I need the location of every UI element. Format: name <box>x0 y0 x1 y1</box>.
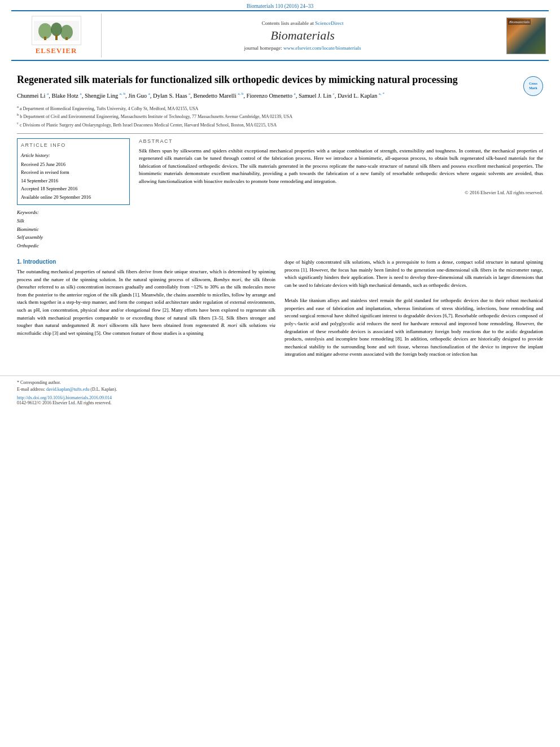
article-title: Regenerated silk materials for functiona… <box>17 73 543 86</box>
journal-header-right: Biomaterials <box>504 14 549 58</box>
svg-rect-5 <box>55 35 58 40</box>
issn-line: 0142-9612/© 2016 Elsevier Ltd. All right… <box>17 400 543 405</box>
keyword-self-assembly: Self assembly <box>17 233 130 241</box>
elsevier-wordmark: ELSEVIER <box>32 46 81 55</box>
svg-rect-4 <box>44 37 46 40</box>
history-label: Article history: <box>21 151 126 159</box>
footer-bar: * Corresponding author. E-mail address: … <box>0 375 560 409</box>
keywords-list: Silk Biomimetic Self assembly Orthopedic <box>17 217 130 250</box>
abstract-heading: ABSTRACT <box>139 138 543 144</box>
email-label: E-mail address: <box>17 387 45 392</box>
body-col1-text: The outstanding mechanical properties of… <box>17 268 275 338</box>
keyword-biomimetic: Biomimetic <box>17 225 130 233</box>
abstract-text: Silk fibers spun by silkworms and spider… <box>139 147 543 186</box>
contents-line: Contents lists available at ScienceDirec… <box>107 20 498 26</box>
keywords-section: Keywords: Silk Biomimetic Self assembly … <box>17 209 130 250</box>
affiliation-b: b b Department of Civil and Environmenta… <box>17 112 543 120</box>
section1-title: 1. Introduction <box>17 259 275 265</box>
keyword-orthopedic: Orthopedic <box>17 242 130 250</box>
affiliation-c: c c Divisions of Plastic Surgery and Oto… <box>17 120 543 129</box>
svg-rect-6 <box>65 37 68 40</box>
elsevier-logo-box <box>32 16 81 45</box>
svg-point-1 <box>38 23 52 39</box>
article-info-heading: ARTICLE INFO <box>21 142 126 148</box>
article-info-panel: ARTICLE INFO Article history: Received 2… <box>17 138 130 250</box>
body-content: 1. Introduction The outstanding mechanic… <box>17 259 543 359</box>
crossmark-badge[interactable]: CrossMark <box>523 76 543 96</box>
doi-link[interactable]: http://dx.doi.org/10.1016/j.biomaterials… <box>17 395 112 400</box>
copyright-line: © 2016 Elsevier Ltd. All rights reserved… <box>139 190 543 195</box>
email-link[interactable]: david.kaplan@tufts.edu <box>46 387 89 392</box>
article-info-section: ARTICLE INFO Article history: Received 2… <box>17 138 130 206</box>
revised-label: Received in revised form <box>21 168 126 176</box>
svg-point-2 <box>51 23 62 36</box>
article-info-abstract-area: ARTICLE INFO Article history: Received 2… <box>17 138 543 250</box>
received-date: Received 25 June 2016 <box>21 160 126 168</box>
top-citation-bar: Biomaterials 110 (2016) 24–33 <box>0 0 560 10</box>
article-history: Article history: Received 25 June 2016 R… <box>21 151 126 202</box>
journal-header: ELSEVIER Contents lists available at Sci… <box>11 10 549 61</box>
email-line: E-mail address: david.kaplan@tufts.edu (… <box>17 386 543 393</box>
article-title-area: CrossMark Regenerated silk materials for… <box>17 73 543 86</box>
email-person: (D.L. Kaplan). <box>90 387 117 392</box>
citation-text: Biomaterials 110 (2016) 24–33 <box>247 3 314 9</box>
elsevier-logo-area: ELSEVIER <box>32 16 81 55</box>
accepted-date: Accepted 18 September 2016 <box>21 185 126 193</box>
corresponding-note: * Corresponding author. <box>17 379 543 386</box>
main-content: CrossMark Regenerated silk materials for… <box>0 61 560 364</box>
crossmark-label: CrossMark <box>529 82 537 90</box>
revised-date: 14 September 2016 <box>21 177 126 185</box>
body-col-left: 1. Introduction The outstanding mechanic… <box>17 259 275 359</box>
sciencedirect-link[interactable]: ScienceDirect <box>315 20 343 26</box>
body-col2-text: dope of highly concentrated silk solutio… <box>285 259 543 359</box>
keyword-silk: Silk <box>17 217 130 225</box>
footnote-area: * Corresponding author. E-mail address: … <box>17 379 543 393</box>
available-date: Available online 20 September 2016 <box>21 193 126 201</box>
journal-thumbnail: Biomaterials <box>506 18 546 54</box>
abstract-section: ABSTRACT Silk fibers spun by silkworms a… <box>139 138 543 250</box>
body-col-right: dope of highly concentrated silk solutio… <box>285 259 543 359</box>
divider-after-affiliations <box>17 133 543 134</box>
affiliation-a: a a Department of Biomedical Engineering… <box>17 104 543 112</box>
homepage-link[interactable]: www.elsevier.com/locate/biomaterials <box>283 45 361 51</box>
homepage-line: journal homepage: www.elsevier.com/locat… <box>107 45 498 51</box>
journal-header-center: Contents lists available at ScienceDirec… <box>102 14 504 58</box>
elsevier-wave-svg <box>34 21 79 41</box>
authors-line: Chunmei Li a, Blake Hotz a, Shengjie Lin… <box>17 91 543 100</box>
affiliations-area: a a Department of Biomedical Engineering… <box>17 104 543 129</box>
body-two-col: 1. Introduction The outstanding mechanic… <box>17 259 543 359</box>
thumbnail-label: Biomaterials <box>508 19 531 25</box>
doi-line[interactable]: http://dx.doi.org/10.1016/j.biomaterials… <box>17 395 543 400</box>
journal-title-display: Biomaterials <box>107 28 498 43</box>
keywords-label: Keywords: <box>17 209 130 215</box>
journal-header-left: ELSEVIER <box>11 14 102 58</box>
